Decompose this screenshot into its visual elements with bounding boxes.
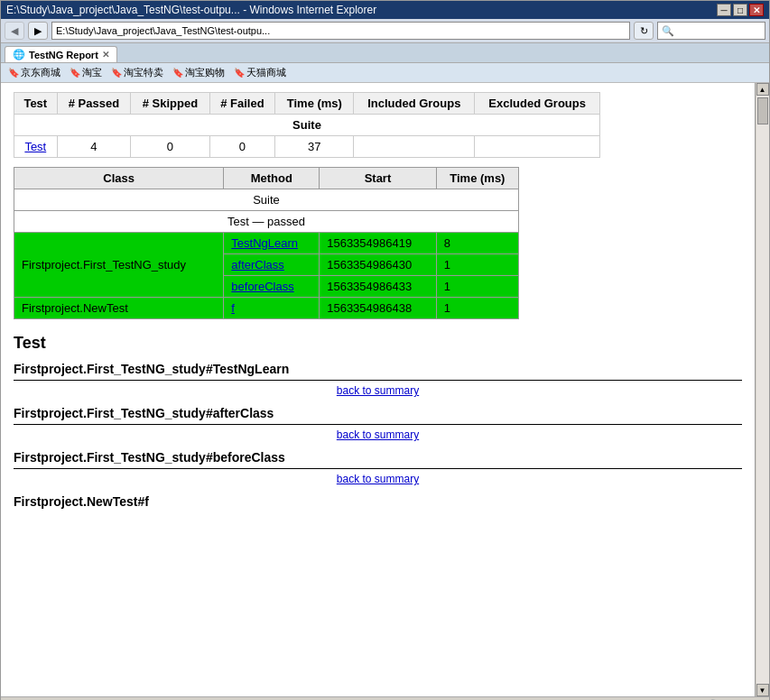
tab-bar: 🌐 TestNG Report ✕: [1, 43, 769, 63]
bookmark-tmall[interactable]: 🔖 天猫商城: [230, 65, 290, 80]
tab-icon: 🌐: [13, 49, 25, 60]
detail-suite-label: Suite: [14, 189, 519, 211]
time-cell-2: 1: [436, 254, 518, 276]
time-cell-3: 1: [436, 276, 518, 298]
start-cell-4: 1563354986438: [320, 298, 437, 319]
close-button[interactable]: ✕: [749, 4, 764, 16]
start-cell-3: 1563354986433: [320, 276, 437, 298]
included-groups: [354, 136, 475, 158]
bookmark-icon-tmall: 🔖: [234, 68, 245, 78]
summary-header-excluded: Excluded Groups: [475, 93, 600, 115]
sub-heading-1: Firstproject.First_TestNG_study#TestNgLe…: [14, 362, 742, 376]
back-to-summary-2[interactable]: back to summary: [14, 428, 742, 441]
detail-header-time: Time (ms): [436, 168, 518, 189]
page-area: Test # Passed # Skipped # Failed Time (m…: [1, 83, 769, 696]
start-cell-1: 1563354986419: [320, 233, 437, 254]
excluded-groups: [475, 136, 600, 158]
sub-heading-2: Firstproject.First_TestNG_study#afterCla…: [14, 406, 742, 420]
detail-test-label: Test — passed: [14, 211, 519, 233]
search-bar[interactable]: 🔍: [657, 22, 765, 40]
search-icon: 🔍: [662, 25, 674, 37]
method-cell-1: TestNgLearn: [224, 233, 320, 254]
summary-header-skipped: # Skipped: [131, 93, 209, 115]
status-bar: https://blog.csdn.net/wei... 🔍 100% ▼: [1, 696, 769, 700]
suite-label: Suite: [14, 115, 600, 136]
scroll-track[interactable]: [756, 96, 769, 684]
divider-3: [14, 468, 742, 469]
section-item-1: Firstproject.First_TestNG_study#TestNgLe…: [14, 362, 742, 397]
bookmark-icon-jd: 🔖: [8, 68, 19, 78]
bookmark-icon-taobao: 🔖: [70, 68, 80, 78]
divider-1: [14, 380, 742, 381]
minimize-button[interactable]: ─: [717, 4, 731, 16]
browser-window: E:\Study\Java_project\Java_TestNG\test-o…: [0, 0, 770, 700]
method-cell-2: afterClass: [224, 254, 320, 276]
title-bar-buttons: ─ □ ✕: [717, 4, 764, 16]
method-link-1[interactable]: TestNgLearn: [231, 236, 298, 250]
bookmark-icon-taobao-shop: 🔖: [172, 68, 183, 78]
address-bar[interactable]: E:\Study\Java_project\Java_TestNG\test-o…: [51, 22, 630, 40]
detail-header-start: Start: [320, 168, 437, 189]
page-content: Test # Passed # Skipped # Failed Time (m…: [1, 83, 755, 696]
summary-header-failed: # Failed: [209, 93, 275, 115]
back-to-summary-1[interactable]: back to summary: [14, 384, 742, 397]
title-bar-text: E:\Study\Java_project\Java_TestNG\test-o…: [6, 4, 376, 16]
summary-data-row: Test 4 0 0 37: [14, 136, 600, 158]
address-text: E:\Study\Java_project\Java_TestNG\test-o…: [56, 25, 270, 36]
method-cell-3: beforeClass: [224, 276, 320, 298]
bookmarks-bar: 🔖 京东商城 🔖 淘宝 🔖 淘宝特卖 🔖 淘宝购物 🔖 天猫商城: [1, 63, 769, 83]
method-link-3[interactable]: beforeClass: [231, 280, 293, 293]
start-cell-2: 1563354986430: [320, 254, 437, 276]
sub-heading-3: Firstproject.First_TestNG_study#beforeCl…: [14, 450, 742, 465]
section-heading-test: Test: [14, 334, 742, 353]
tab-label: TestNG Report: [29, 50, 98, 60]
maximize-button[interactable]: □: [733, 4, 747, 16]
bookmark-taobao-special[interactable]: 🔖 淘宝特卖: [107, 65, 167, 80]
active-tab[interactable]: 🌐 TestNG Report ✕: [5, 46, 117, 62]
time-ms: 37: [275, 136, 354, 158]
go-button[interactable]: ↻: [634, 22, 654, 40]
table-row: Firstproject.First_TestNG_study TestNgLe…: [14, 233, 519, 254]
title-bar: E:\Study\Java_project\Java_TestNG\test-o…: [1, 1, 769, 19]
bookmark-icon-taobao-special: 🔖: [111, 68, 122, 78]
tab-close-button[interactable]: ✕: [102, 50, 109, 60]
scroll-thumb[interactable]: [757, 97, 768, 124]
skipped-count: 0: [131, 136, 209, 158]
class-name-1: Firstproject.First_TestNG_study: [14, 233, 224, 298]
back-to-summary-3[interactable]: back to summary: [14, 473, 742, 485]
detail-header-method: Method: [224, 168, 320, 189]
section-item-3: Firstproject.First_TestNG_study#beforeCl…: [14, 450, 742, 485]
bookmark-jd[interactable]: 🔖 京东商城: [5, 65, 64, 80]
test-link[interactable]: Test: [24, 140, 46, 153]
bookmark-label-tmall: 天猫商城: [246, 66, 286, 79]
detail-header-class: Class: [14, 168, 224, 189]
table-row: Firstproject.NewTest f 1563354986438 1: [14, 298, 519, 319]
bookmark-taobao-shop[interactable]: 🔖 淘宝购物: [169, 65, 228, 80]
bookmark-label-taobao-shop: 淘宝购物: [185, 66, 225, 79]
forward-button[interactable]: ▶: [28, 22, 48, 40]
passed-count: 4: [57, 136, 131, 158]
method-cell-4: f: [224, 298, 320, 319]
summary-header-passed: # Passed: [57, 93, 131, 115]
back-button[interactable]: ◀: [5, 22, 24, 40]
divider-2: [14, 424, 742, 425]
detail-table: Class Method Start Time (ms) Suite Test …: [14, 167, 519, 319]
sub-heading-4: Firstproject.NewTest#f: [14, 494, 742, 509]
scrollbar[interactable]: ▲ ▼: [755, 83, 769, 696]
class-name-2: Firstproject.NewTest: [14, 298, 224, 319]
bookmark-label-jd: 京东商城: [21, 66, 60, 79]
summary-table: Test # Passed # Skipped # Failed Time (m…: [14, 92, 600, 158]
section-item-2: Firstproject.First_TestNG_study#afterCla…: [14, 406, 742, 441]
failed-count: 0: [209, 136, 275, 158]
bookmark-label-taobao-special: 淘宝特卖: [124, 66, 163, 79]
nav-bar: ◀ ▶ E:\Study\Java_project\Java_TestNG\te…: [1, 19, 769, 43]
scroll-down-button[interactable]: ▼: [756, 684, 769, 696]
bookmark-taobao[interactable]: 🔖 淘宝: [66, 65, 106, 80]
summary-header-time: Time (ms): [275, 93, 354, 115]
bookmark-label-taobao: 淘宝: [82, 66, 102, 79]
time-cell-1: 8: [436, 233, 518, 254]
section-item-4: Firstproject.NewTest#f: [14, 494, 742, 509]
method-link-2[interactable]: afterClass: [231, 258, 284, 272]
method-link-4[interactable]: f: [231, 301, 235, 315]
scroll-up-button[interactable]: ▲: [756, 83, 769, 96]
